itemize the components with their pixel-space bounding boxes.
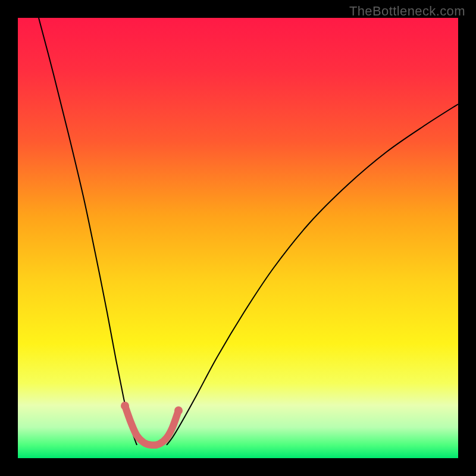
plot-area <box>18 18 458 458</box>
curves-layer <box>18 18 458 458</box>
right-branch-curve <box>167 104 458 445</box>
left-branch-curve <box>39 18 137 445</box>
watermark-text: TheBottleneck.com <box>349 4 465 19</box>
chart-frame: TheBottleneck.com <box>0 0 476 476</box>
trough-marker <box>121 402 129 410</box>
trough-highlight-curve <box>125 406 178 445</box>
trough-marker <box>174 406 183 415</box>
